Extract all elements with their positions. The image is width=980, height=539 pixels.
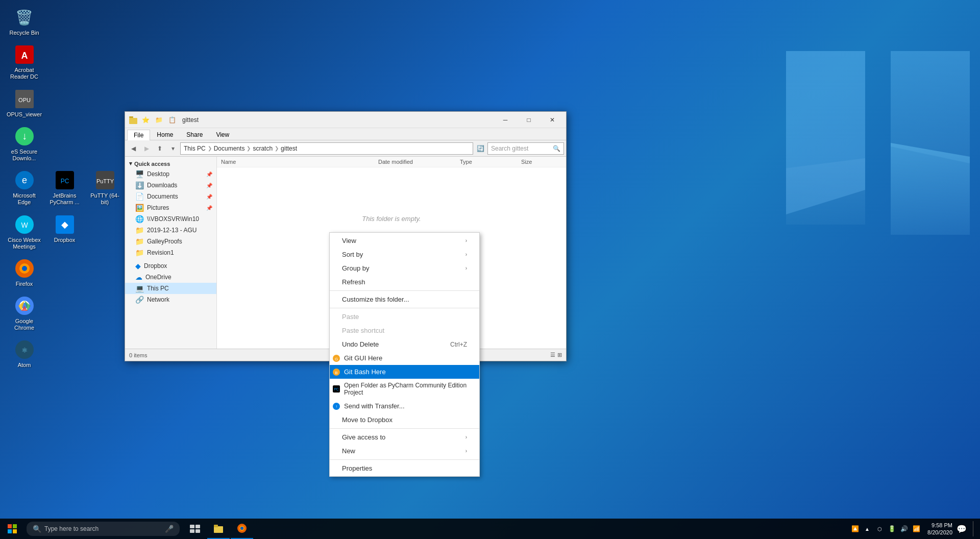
ctx-give-access-arrow: ›: [465, 434, 467, 440]
taskbar-firefox[interactable]: [231, 519, 253, 539]
minimize-button[interactable]: ─: [494, 112, 517, 128]
context-menu: View › Sort by › Group by › Refresh Cust…: [329, 232, 480, 477]
start-button[interactable]: [0, 519, 24, 539]
taskbar-search[interactable]: 🔍 Type here to search 🎤: [27, 522, 180, 536]
show-desktop-button[interactable]: [973, 521, 976, 536]
col-header-size[interactable]: Size: [521, 159, 562, 165]
desktop-icon-jetbrains[interactable]: PC JetBrains PyCharm ...: [45, 168, 84, 208]
sidebar-item-vboxsvr[interactable]: 🌐 \\VBOXSVR\Win10: [125, 213, 216, 225]
svg-rect-35: [13, 524, 17, 528]
desktop-icon-ms-edge[interactable]: e Microsoft Edge: [5, 168, 43, 208]
ctx-open-pycharm[interactable]: PC Open Folder as PyCharm Community Edit…: [330, 379, 479, 399]
desktop-icon-recycle-bin[interactable]: 🗑️ Recycle Bin: [5, 5, 43, 38]
sidebar-item-onedrive[interactable]: ☁ OneDrive: [125, 272, 216, 283]
tray-app-icons[interactable]: ⬡: [874, 524, 885, 534]
desktop-icon-cisco-webex[interactable]: W Cisco Webex Meetings: [5, 212, 43, 252]
forward-button[interactable]: ▶: [140, 142, 153, 155]
sidebar-item-downloads[interactable]: ⬇️ Downloads 📌: [125, 180, 216, 191]
sidebar-item-vboxsvr-label: \\VBOXSVR\Win10: [147, 215, 199, 223]
ctx-move-dropbox[interactable]: Move to Dropbox: [330, 413, 479, 427]
sidebar-item-revision1[interactable]: 📁 Revision1: [125, 247, 216, 258]
search-box[interactable]: Search gittest 🔍: [487, 142, 564, 155]
ctx-transfer-icon: ↑: [332, 402, 341, 411]
desktop-icon-dropbox-desktop[interactable]: ◆ Dropbox: [45, 212, 84, 252]
tab-share[interactable]: Share: [180, 129, 209, 140]
recent-locations-button[interactable]: ▾: [167, 142, 179, 155]
up-button[interactable]: ⬆: [154, 142, 166, 155]
atom-icon: ⚛: [14, 339, 35, 360]
desktop-icon-opus[interactable]: OPU OPUS_viewer: [5, 87, 43, 120]
sidebar-item-documents[interactable]: 📄 Documents 📌: [125, 191, 216, 202]
tray-battery-icon[interactable]: 🔋: [887, 524, 897, 534]
taskbar-file-explorer[interactable]: [207, 519, 230, 539]
sidebar-item-dropbox[interactable]: ◆ Dropbox: [125, 260, 216, 272]
sidebar-group-quickaccess: ▾ Quick access 🖥️ Desktop 📌 ⬇️ Downloads…: [125, 159, 216, 258]
ctx-pycharm-icon: PC: [332, 384, 341, 394]
ctx-properties[interactable]: Properties: [330, 461, 479, 475]
ctx-group-by[interactable]: Group by ›: [330, 261, 479, 275]
col-header-name[interactable]: Name: [221, 159, 378, 165]
items-count: 0 items: [129, 352, 147, 358]
address-path[interactable]: This PC ❯ Documents ❯ scratch ❯ gittest: [180, 142, 473, 155]
jetbrains-icon: PC: [55, 170, 75, 190]
tab-home[interactable]: Home: [150, 129, 180, 140]
notification-icon[interactable]: 💬: [957, 524, 967, 534]
svg-point-46: [240, 527, 243, 530]
ctx-git-gui[interactable]: G Git GUI Here: [330, 351, 479, 365]
sidebar-item-thispc[interactable]: 💻 This PC: [125, 283, 216, 294]
taskbar-clock[interactable]: 9:58 PM 8/20/2020: [927, 522, 952, 536]
tray-volume-icon[interactable]: 🔊: [899, 524, 909, 534]
ctx-group-by-label: Group by: [342, 264, 369, 272]
breadcrumb-documents: Documents: [214, 145, 245, 152]
ctx-undo-delete[interactable]: Undo Delete Ctrl+Z: [330, 337, 479, 351]
tray-network-icon[interactable]: 🔼: [850, 524, 860, 534]
tiles-view-icon[interactable]: ⊞: [557, 352, 562, 358]
svg-rect-41: [195, 529, 200, 533]
ctx-send-transfer-label: Send with Transfer...: [344, 402, 405, 410]
svg-rect-34: [8, 524, 12, 528]
ctx-customize[interactable]: Customize this folder...: [330, 292, 479, 306]
tab-view[interactable]: View: [209, 129, 236, 140]
sidebar-item-galleyproofs[interactable]: 📁 GalleyProofs: [125, 236, 216, 247]
close-button[interactable]: ✕: [541, 112, 564, 128]
desktop-icon-firefox[interactable]: Firefox: [5, 256, 43, 289]
sidebar-item-network[interactable]: 🔗 Network: [125, 294, 216, 305]
svg-rect-37: [13, 529, 17, 533]
sidebar-item-desktop[interactable]: 🖥️ Desktop 📌: [125, 168, 216, 180]
ctx-refresh[interactable]: Refresh: [330, 275, 479, 289]
col-header-date[interactable]: Date modified: [378, 159, 460, 165]
tray-network-wifi[interactable]: 📶: [911, 524, 921, 534]
svg-rect-25: [129, 116, 133, 118]
details-view-icon[interactable]: ☰: [550, 352, 555, 358]
ctx-new[interactable]: New ›: [330, 444, 479, 458]
col-header-type[interactable]: Type: [460, 159, 521, 165]
svg-text:OPU: OPU: [18, 97, 31, 103]
sidebar-item-pictures[interactable]: 🖼️ Pictures 📌: [125, 202, 216, 213]
refresh-address-button[interactable]: 🔄: [474, 142, 486, 155]
desktop-icon-acrobat[interactable]: A Acrobat Reader DC: [5, 42, 43, 82]
ctx-give-access[interactable]: Give access to ›: [330, 430, 479, 444]
ctx-send-transfer[interactable]: ↑ Send with Transfer...: [330, 399, 479, 413]
putty-label: PuTTY (64-bit): [88, 192, 122, 206]
cisco-webex-icon: W: [14, 214, 35, 235]
back-button[interactable]: ◀: [127, 142, 139, 155]
ctx-sort-by[interactable]: Sort by ›: [330, 248, 479, 261]
desktop-icon-atom[interactable]: ⚛ Atom: [5, 337, 43, 371]
desktop-icon-putty[interactable]: PuTTY PuTTY (64-bit): [86, 168, 124, 208]
ctx-view[interactable]: View ›: [330, 234, 479, 248]
desktop-icon-google-chrome[interactable]: Google Chrome: [5, 293, 43, 333]
maximize-button[interactable]: □: [517, 112, 541, 128]
properties-btn[interactable]: 📋: [166, 114, 178, 126]
sidebar-header-quickaccess[interactable]: ▾ Quick access: [125, 159, 216, 168]
desktop-icon-secure-download[interactable]: ↓ eS Secure Downlo...: [5, 124, 43, 164]
folder-2019-icon: 📁: [135, 226, 144, 234]
ctx-git-bash[interactable]: B Git Bash Here: [330, 365, 479, 379]
firefox-icon: [14, 258, 35, 279]
sidebar-item-2019[interactable]: 📁 2019-12-13 - AGU: [125, 225, 216, 236]
tray-expand-icon[interactable]: ▲: [862, 524, 872, 534]
ctx-new-arrow: ›: [465, 448, 467, 454]
tab-file[interactable]: File: [127, 130, 150, 140]
quick-access-btn[interactable]: ⭐: [139, 114, 152, 126]
google-chrome-label: Google Chrome: [7, 318, 41, 331]
taskbar-task-view[interactable]: [184, 519, 206, 539]
